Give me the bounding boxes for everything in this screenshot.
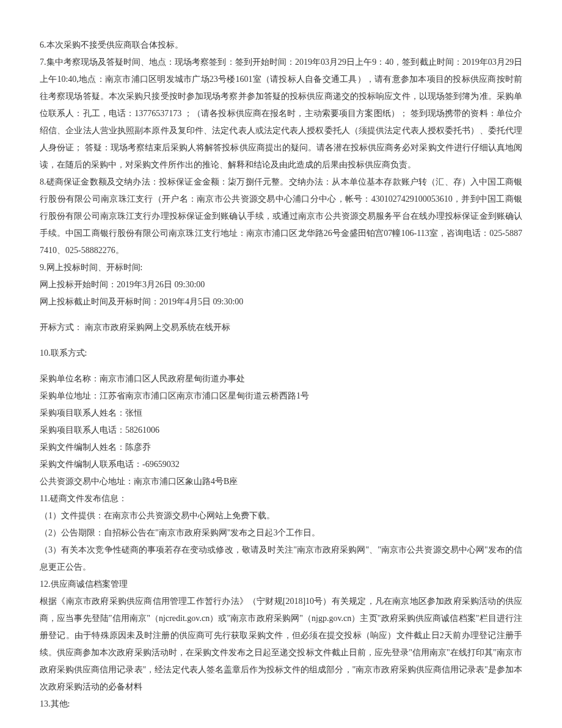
paragraph-11-title: 11.磋商文件发布信息： — [40, 490, 522, 507]
paragraph-method: 开标方式： 南京市政府采购网上交易系统在线开标 — [40, 319, 522, 336]
editor-name: 采购文件编制人姓名：陈彦乔 — [40, 439, 522, 456]
paragraph-9-start: 网上投标开始时间：2019年3月26日 09:30:00 — [40, 276, 522, 293]
paragraph-11-1: （1）文件提供：在南京市公共资源交易中心网站上免费下载。 — [40, 507, 522, 524]
paragraph-7: 7.集中考察现场及答疑时间、地点：现场考察签到：签到开始时间：2019年03月2… — [40, 54, 522, 174]
center-addr: 公共资源交易中心地址：南京市浦口区象山路4号B座 — [40, 473, 522, 490]
contact-name: 采购项目联系人姓名：张恒 — [40, 405, 522, 422]
paragraph-12-title: 12.供应商诚信档案管理 — [40, 576, 522, 593]
paragraph-10-title: 10.联系方式: — [40, 345, 522, 362]
contact-unit-addr: 采购单位地址：江苏省南京市浦口区南京市浦口区星甸街道云桥西路1号 — [40, 388, 522, 405]
paragraph-8: 8.磋商保证金数额及交纳办法：投标保证金金额：柒万捌仟元整。交纳办法：从本单位基… — [40, 174, 522, 259]
contact-phone: 采购项目联系人电话：58261006 — [40, 422, 522, 439]
paragraph-13: 13.其他: — [40, 696, 522, 713]
editor-phone: 采购文件编制人联系电话：-69659032 — [40, 456, 522, 473]
paragraph-11-2: （2）公告期限：自招标公告在"南京市政府采购网"发布之日起3个工作日。 — [40, 524, 522, 542]
paragraph-9-title: 9.网上投标时间、开标时间: — [40, 259, 522, 276]
paragraph-6: 6.本次采购不接受供应商联合体投标。 — [40, 37, 522, 54]
paragraph-9-end: 网上投标截止时间及开标时间：2019年4月5日 09:30:00 — [40, 293, 522, 311]
paragraph-12-body: 根据《南京市政府采购供应商信用管理工作暂行办法》（宁财规[2018]10号）有关… — [40, 593, 522, 696]
contact-unit-name: 采购单位名称：南京市浦口区人民政府星甸街道办事处 — [40, 370, 522, 388]
paragraph-11-3: （3）有关本次竞争性磋商的事项若存在变动或修改，敬请及时关注"南京市政府采购网"… — [40, 542, 522, 576]
